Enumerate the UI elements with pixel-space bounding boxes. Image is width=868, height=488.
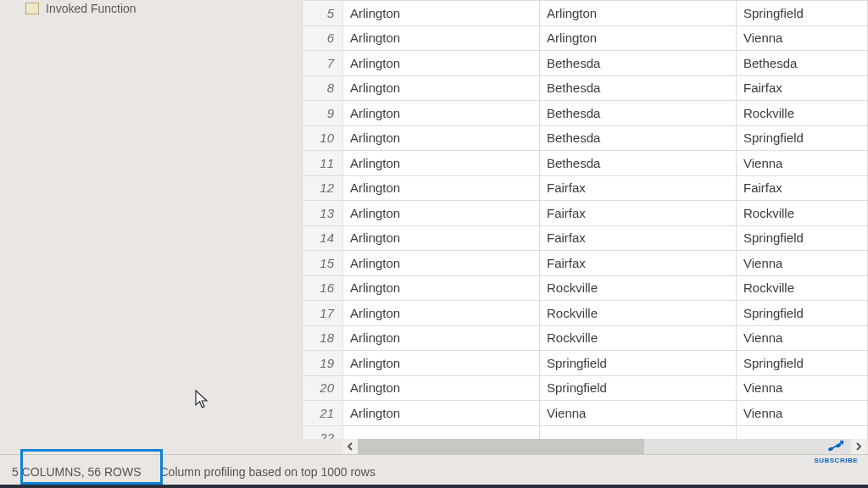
tree-item-invoked-function[interactable]: Invoked Function: [0, 0, 302, 17]
cell[interactable]: Arlington: [343, 351, 540, 376]
table-row[interactable]: 9ArlingtonBethesdaRockville: [303, 101, 868, 126]
cell[interactable]: Arlington: [343, 301, 540, 326]
cell[interactable]: Arlington: [343, 201, 540, 226]
cell[interactable]: Rockville: [540, 325, 737, 351]
cell[interactable]: Arlington: [343, 101, 540, 126]
cell[interactable]: Bethesda: [540, 75, 737, 101]
table-row[interactable]: 6ArlingtonArlingtonVienna: [303, 25, 868, 51]
row-number[interactable]: 16: [303, 275, 343, 301]
cell[interactable]: [540, 425, 737, 439]
table-row[interactable]: 20ArlingtonSpringfieldVienna: [303, 375, 868, 401]
cell[interactable]: Arlington: [343, 375, 540, 401]
cell[interactable]: Fairfax: [540, 175, 737, 201]
status-bar: 5 COLUMNS, 56 ROWS Column profiling base…: [0, 454, 868, 488]
cell[interactable]: Vienna: [737, 375, 868, 401]
cell[interactable]: Bethesda: [737, 51, 868, 76]
cell[interactable]: [737, 425, 868, 439]
cell[interactable]: Bethesda: [540, 51, 737, 76]
cell[interactable]: Bethesda: [540, 125, 737, 151]
cell[interactable]: Springfield: [737, 225, 868, 251]
cell[interactable]: Arlington: [343, 125, 540, 151]
cell[interactable]: Rockville: [737, 201, 868, 226]
table-row[interactable]: 8ArlingtonBethesdaFairfax: [303, 75, 868, 101]
cell[interactable]: Springfield: [737, 301, 868, 326]
status-profiling[interactable]: Column profiling based on top 1000 rows: [159, 465, 376, 479]
table-row[interactable]: 12ArlingtonFairfaxFairfax: [303, 175, 868, 201]
row-number[interactable]: 8: [303, 75, 343, 101]
cell[interactable]: Fairfax: [540, 251, 737, 276]
cell[interactable]: Arlington: [343, 225, 540, 251]
row-number[interactable]: 5: [303, 1, 343, 26]
cell[interactable]: [343, 425, 540, 439]
row-number[interactable]: 15: [303, 251, 343, 276]
table-row[interactable]: 15ArlingtonFairfaxVienna: [303, 251, 868, 276]
table-row[interactable]: 21ArlingtonViennaVienna: [303, 401, 868, 426]
row-number[interactable]: 6: [303, 25, 343, 51]
cell[interactable]: Arlington: [343, 151, 540, 176]
table-row[interactable]: 7ArlingtonBethesdaBethesda: [303, 51, 868, 76]
cell[interactable]: Arlington: [343, 25, 540, 51]
cell[interactable]: Rockville: [737, 101, 868, 126]
table-icon: [25, 3, 39, 14]
cell[interactable]: Arlington: [343, 75, 540, 101]
svg-line-2: [830, 441, 843, 450]
cell[interactable]: Springfield: [540, 351, 737, 376]
cell[interactable]: Springfield: [737, 351, 868, 376]
row-number[interactable]: 19: [303, 351, 343, 376]
cell[interactable]: Rockville: [540, 275, 737, 301]
row-number[interactable]: 12: [303, 175, 343, 201]
cell[interactable]: Arlington: [343, 275, 540, 301]
row-number[interactable]: 7: [303, 51, 343, 76]
cell[interactable]: Rockville: [540, 301, 737, 326]
table-row[interactable]: 10ArlingtonBethesdaSpringfield: [303, 125, 868, 151]
cell[interactable]: Bethesda: [540, 101, 737, 126]
table-row[interactable]: 11ArlingtonBethesdaVienna: [303, 151, 868, 176]
cell[interactable]: Vienna: [540, 401, 737, 426]
cell[interactable]: Fairfax: [737, 175, 868, 201]
cell[interactable]: Arlington: [343, 325, 540, 351]
cell[interactable]: Arlington: [343, 175, 540, 201]
table-row[interactable]: 19ArlingtonSpringfieldSpringfield: [303, 351, 868, 376]
row-number[interactable]: 17: [303, 301, 343, 326]
cell[interactable]: Bethesda: [540, 151, 737, 176]
cell[interactable]: Arlington: [343, 401, 540, 426]
cell[interactable]: Springfield: [540, 375, 737, 401]
row-number[interactable]: 18: [303, 325, 343, 351]
cell[interactable]: Arlington: [540, 1, 737, 26]
table-row[interactable]: 14ArlingtonFairfaxSpringfield: [303, 225, 868, 251]
scrollbar-track[interactable]: [358, 439, 851, 454]
row-number[interactable]: 20: [303, 375, 343, 401]
cell[interactable]: Fairfax: [540, 225, 737, 251]
row-number[interactable]: 22: [303, 425, 343, 439]
horizontal-scrollbar[interactable]: [342, 439, 866, 454]
cell[interactable]: Vienna: [737, 25, 868, 51]
row-number[interactable]: 21: [303, 401, 343, 426]
cell[interactable]: Arlington: [343, 51, 540, 76]
cell[interactable]: Fairfax: [540, 201, 737, 226]
data-table[interactable]: 5ArlingtonArlingtonSpringfield6Arlington…: [302, 0, 868, 439]
cell[interactable]: Vienna: [737, 401, 868, 426]
cell[interactable]: Vienna: [737, 325, 868, 351]
table-row[interactable]: 17ArlingtonRockvilleSpringfield: [303, 301, 868, 326]
cell[interactable]: Rockville: [737, 275, 868, 301]
cell[interactable]: Arlington: [343, 251, 540, 276]
table-row[interactable]: 13ArlingtonFairfaxRockville: [303, 201, 868, 226]
cell[interactable]: Springfield: [737, 125, 868, 151]
row-number[interactable]: 11: [303, 151, 343, 176]
row-number[interactable]: 10: [303, 125, 343, 151]
row-number[interactable]: 9: [303, 101, 343, 126]
scrollbar-thumb[interactable]: [358, 439, 644, 454]
cell[interactable]: Fairfax: [737, 75, 868, 101]
cell[interactable]: Vienna: [737, 151, 868, 176]
cell[interactable]: Arlington: [540, 25, 737, 51]
table-row[interactable]: 16ArlingtonRockvilleRockville: [303, 275, 868, 301]
row-number[interactable]: 14: [303, 225, 343, 251]
table-row[interactable]: 22: [303, 425, 868, 439]
cell[interactable]: Arlington: [343, 1, 540, 26]
scroll-left-arrow[interactable]: [342, 439, 358, 454]
cell[interactable]: Springfield: [737, 1, 868, 26]
table-row[interactable]: 5ArlingtonArlingtonSpringfield: [303, 1, 868, 26]
table-row[interactable]: 18ArlingtonRockvilleVienna: [303, 325, 868, 351]
cell[interactable]: Vienna: [737, 251, 868, 276]
row-number[interactable]: 13: [303, 201, 343, 226]
